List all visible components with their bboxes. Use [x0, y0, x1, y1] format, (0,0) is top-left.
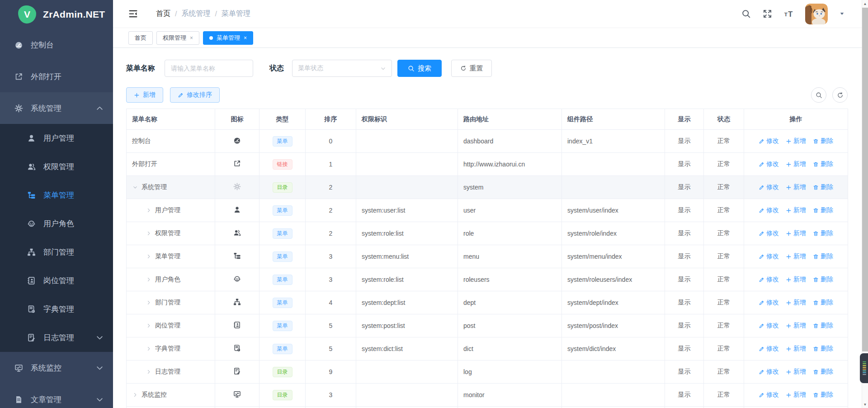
search-button[interactable]: 搜索: [397, 60, 442, 77]
tab-label: 菜单管理: [217, 34, 240, 42]
sidebar-item-role[interactable]: 权限管理: [0, 152, 113, 181]
menu-name-input[interactable]: [165, 60, 253, 77]
row-delete-link[interactable]: 删除: [813, 252, 833, 261]
fullscreen-icon[interactable]: [763, 9, 772, 19]
row-add-link[interactable]: 新增: [786, 275, 806, 284]
row-add-link[interactable]: 新增: [786, 229, 806, 237]
type-badge: 菜单: [273, 251, 292, 262]
refresh-table-button[interactable]: [832, 87, 848, 103]
edge-extension-widget[interactable]: [860, 353, 868, 383]
menu-fold-icon[interactable]: [128, 9, 138, 19]
page-scrollbar[interactable]: ▲ ▼: [862, 0, 868, 408]
row-add-link[interactable]: 新增: [786, 137, 806, 145]
row-edit-link[interactable]: 修改: [759, 160, 779, 168]
collapse-arrow-icon[interactable]: [146, 369, 151, 375]
row-edit-link[interactable]: 修改: [759, 368, 779, 376]
sidebar-item-system[interactable]: 系统管理: [0, 92, 113, 124]
collapse-arrow-icon[interactable]: [146, 254, 151, 259]
cell-empty: [215, 407, 259, 408]
cell-status: 正常: [704, 268, 744, 291]
row-delete-link[interactable]: 删除: [813, 322, 833, 330]
expand-arrow-icon[interactable]: [132, 185, 138, 190]
table-row-menu: 菜单管理菜单3system:menu:listmenusystem/menu/i…: [127, 245, 848, 268]
row-delete-link[interactable]: 删除: [813, 160, 833, 168]
sidebar-item-dept[interactable]: 部门管理: [0, 238, 113, 266]
collapse-arrow-icon[interactable]: [146, 231, 151, 236]
row-delete-link[interactable]: 删除: [813, 137, 833, 145]
row-delete-link[interactable]: 删除: [813, 183, 833, 191]
collapse-arrow-icon[interactable]: [146, 208, 151, 213]
scrollbar-down-arrow[interactable]: ▼: [862, 401, 868, 408]
sidebar-item-user[interactable]: 用户管理: [0, 124, 113, 152]
row-add-link[interactable]: 新增: [786, 322, 806, 330]
log-icon: [27, 333, 36, 342]
font-size-icon[interactable]: TT: [784, 9, 793, 19]
edit-sort-button[interactable]: 修改排序: [170, 87, 220, 103]
row-delete-link[interactable]: 删除: [813, 299, 833, 307]
breadcrumb-item[interactable]: 系统管理: [181, 9, 210, 19]
row-add-link[interactable]: 新增: [786, 252, 806, 261]
search-icon[interactable]: [741, 9, 751, 19]
scrollbar-thumb[interactable]: [862, 8, 868, 351]
row-delete-link[interactable]: 删除: [813, 391, 833, 399]
app-logo[interactable]: V ZrAdmin.NET: [0, 0, 113, 29]
sidebar-item-roleusers[interactable]: 用户角色: [0, 209, 113, 238]
sidebar-item-article[interactable]: 文章管理: [0, 384, 113, 408]
collapse-arrow-icon[interactable]: [146, 346, 151, 351]
row-add-link[interactable]: 新增: [786, 391, 806, 399]
row-edit-link[interactable]: 修改: [759, 137, 779, 145]
row-edit-link[interactable]: 修改: [759, 391, 779, 399]
add-button[interactable]: 新增: [126, 87, 163, 103]
breadcrumb-item[interactable]: 菜单管理: [222, 9, 250, 19]
sidebar-item-menu[interactable]: 菜单管理: [0, 181, 113, 209]
sidebar-item-post[interactable]: 岗位管理: [0, 266, 113, 295]
avatar[interactable]: [805, 4, 828, 24]
row-delete-link[interactable]: 删除: [813, 368, 833, 376]
caret-down-icon[interactable]: [840, 11, 844, 16]
tab-close-icon[interactable]: ×: [244, 35, 247, 41]
sidebar-item-log[interactable]: 日志管理: [0, 323, 113, 352]
row-add-link[interactable]: 新增: [786, 160, 806, 168]
row-edit-link[interactable]: 修改: [759, 299, 779, 307]
cell-icon: [215, 361, 259, 384]
collapse-arrow-icon[interactable]: [146, 277, 151, 282]
table-row-dict: 字典管理菜单5system:dict:listdictsystem/dict/i…: [127, 337, 848, 361]
sidebar-item-external[interactable]: 外部打开: [0, 61, 113, 92]
row-add-link[interactable]: 新增: [786, 206, 806, 214]
tree-icon: [233, 252, 241, 260]
action-label: 新增: [793, 322, 806, 330]
collapse-arrow-icon[interactable]: [146, 300, 151, 305]
row-delete-link[interactable]: 删除: [813, 206, 833, 214]
row-edit-link[interactable]: 修改: [759, 345, 779, 353]
sidebar-item-monitor[interactable]: 系统监控: [0, 352, 113, 384]
cell-perms: system:post:list: [356, 314, 458, 337]
sidebar-item-dict[interactable]: 字典管理: [0, 295, 113, 323]
tab-close-icon[interactable]: ×: [190, 35, 193, 41]
row-edit-link[interactable]: 修改: [759, 229, 779, 237]
collapse-arrow-icon[interactable]: [132, 392, 138, 398]
row-delete-link[interactable]: 删除: [813, 275, 833, 284]
row-edit-link[interactable]: 修改: [759, 183, 779, 191]
show-search-button[interactable]: [811, 87, 826, 103]
sidebar-item-dashboard[interactable]: 控制台: [0, 29, 113, 61]
breadcrumb-item[interactable]: 首页: [156, 9, 170, 19]
tab-role-mgmt[interactable]: 权限管理×: [156, 31, 199, 45]
row-delete-link[interactable]: 删除: [813, 229, 833, 237]
reset-button[interactable]: 重置: [451, 60, 492, 77]
cell-empty: [127, 407, 215, 408]
row-delete-link[interactable]: 删除: [813, 345, 833, 353]
tab-menu-mgmt[interactable]: 菜单管理×: [203, 31, 253, 45]
row-add-link[interactable]: 新增: [786, 299, 806, 307]
row-edit-link[interactable]: 修改: [759, 322, 779, 330]
scrollbar-up-arrow[interactable]: ▲: [862, 0, 868, 7]
row-edit-link[interactable]: 修改: [759, 275, 779, 284]
row-edit-link[interactable]: 修改: [759, 252, 779, 261]
status-select[interactable]: 菜单状态: [292, 60, 392, 77]
row-add-link[interactable]: 新增: [786, 345, 806, 353]
tab-home[interactable]: 首页: [128, 31, 153, 45]
collapse-arrow-icon[interactable]: [146, 323, 151, 328]
row-add-link[interactable]: 新增: [786, 368, 806, 376]
row-add-link[interactable]: 新增: [786, 183, 806, 191]
row-edit-link[interactable]: 修改: [759, 206, 779, 214]
cell-path: dict: [458, 337, 562, 361]
